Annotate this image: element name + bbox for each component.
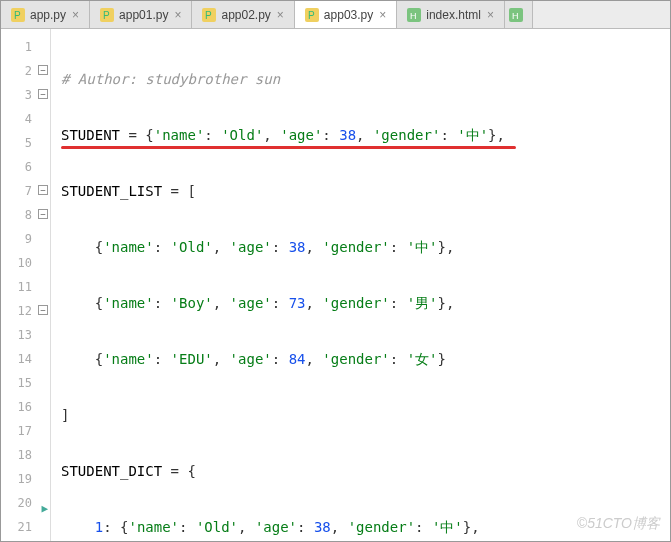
code-editor[interactable]: 1 2− 3− 4 5 6 7− 8− 9 10 11 12− 13 14 15… <box>1 29 670 541</box>
annotation-underline <box>61 146 516 149</box>
tab-app-py[interactable]: P app.py × <box>1 1 90 28</box>
line-number: 12− <box>1 299 50 323</box>
line-number: 6 <box>1 155 50 179</box>
line-number: 5 <box>1 131 50 155</box>
fold-icon[interactable]: − <box>38 65 48 75</box>
line-number: 3− <box>1 83 50 107</box>
fold-icon[interactable]: − <box>38 209 48 219</box>
tab-label: app03.py <box>324 8 373 22</box>
code-line: # Author: studybrother sun <box>61 67 670 91</box>
svg-text:P: P <box>205 10 212 21</box>
editor-tabs: P app.py × P app01.py × P app02.py × P a… <box>1 1 670 29</box>
svg-text:H: H <box>512 11 519 21</box>
code-line: {'name': 'Old', 'age': 38, 'gender': '中'… <box>61 235 670 259</box>
line-number: 11 <box>1 275 50 299</box>
python-file-icon: P <box>11 8 25 22</box>
line-number: 19 <box>1 467 50 491</box>
tab-app03-py[interactable]: P app03.py × <box>295 1 397 28</box>
line-number-gutter: 1 2− 3− 4 5 6 7− 8− 9 10 11 12− 13 14 15… <box>1 29 51 541</box>
code-line: {'name': 'Boy', 'age': 73, 'gender': '男'… <box>61 291 670 315</box>
fold-close-icon[interactable]: − <box>38 185 48 195</box>
line-number: 16 <box>1 395 50 419</box>
line-number: 13 <box>1 323 50 347</box>
python-file-icon: P <box>202 8 216 22</box>
code-line: 1: {'name': 'Old', 'age': 38, 'gender': … <box>61 515 670 539</box>
line-number: 18 <box>1 443 50 467</box>
ide-window: P app.py × P app01.py × P app02.py × P a… <box>0 0 671 542</box>
tab-label: app01.py <box>119 8 168 22</box>
svg-text:P: P <box>103 10 110 21</box>
fold-icon[interactable]: − <box>38 89 48 99</box>
line-number: 20▶ <box>1 491 50 515</box>
line-number: 4 <box>1 107 50 131</box>
tab-app02-py[interactable]: P app02.py × <box>192 1 294 28</box>
tab-label: app.py <box>30 8 66 22</box>
line-number: 1 <box>1 35 50 59</box>
html-file-icon: H <box>509 8 523 22</box>
python-file-icon: P <box>305 8 319 22</box>
svg-text:P: P <box>14 10 21 21</box>
close-icon[interactable]: × <box>277 8 284 22</box>
svg-text:H: H <box>410 11 417 21</box>
html-file-icon: H <box>407 8 421 22</box>
close-icon[interactable]: × <box>72 8 79 22</box>
code-line: STUDENT_LIST = [ <box>61 179 670 203</box>
line-number: 7− <box>1 179 50 203</box>
tab-overflow[interactable]: H <box>505 1 533 28</box>
code-area[interactable]: # Author: studybrother sun STUDENT = {'n… <box>51 29 670 541</box>
code-line: {'name': 'EDU', 'age': 84, 'gender': '女'… <box>61 347 670 371</box>
code-line: ] <box>61 403 670 427</box>
line-number: 10 <box>1 251 50 275</box>
tab-label: index.html <box>426 8 481 22</box>
fold-close-icon[interactable]: − <box>38 305 48 315</box>
close-icon[interactable]: × <box>379 8 386 22</box>
close-icon[interactable]: × <box>174 8 181 22</box>
python-file-icon: P <box>100 8 114 22</box>
tab-index-html[interactable]: H index.html × <box>397 1 505 28</box>
line-number: 9 <box>1 227 50 251</box>
close-icon[interactable]: × <box>487 8 494 22</box>
line-number: 21 <box>1 515 50 539</box>
line-number: 15 <box>1 371 50 395</box>
line-number: 2− <box>1 59 50 83</box>
line-number: 8− <box>1 203 50 227</box>
code-line: STUDENT_DICT = { <box>61 459 670 483</box>
code-line: STUDENT = {'name': 'Old', 'age': 38, 'ge… <box>61 123 670 147</box>
line-number: 17 <box>1 419 50 443</box>
tab-app01-py[interactable]: P app01.py × <box>90 1 192 28</box>
svg-text:P: P <box>308 10 315 21</box>
tab-label: app02.py <box>221 8 270 22</box>
line-number: 14 <box>1 347 50 371</box>
